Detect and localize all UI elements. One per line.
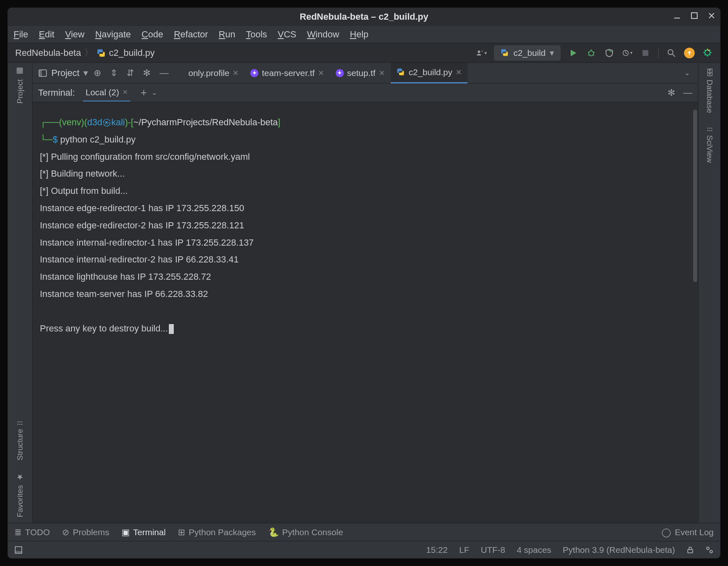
structure-tool-button[interactable]: Structure ⁝⁝ <box>16 421 25 460</box>
tab-chevron-down-icon[interactable]: ⌄ <box>682 68 692 78</box>
hide-tool-icon[interactable]: — <box>159 68 168 78</box>
menu-file[interactable]: File <box>14 29 28 40</box>
svg-line-14 <box>626 53 627 54</box>
chevron-right-icon: 〉 <box>84 47 93 59</box>
status-bar: 15:22 LF UTF-8 4 spaces Python 3.9 (RedN… <box>8 541 720 558</box>
run-config-label: c2_build <box>514 48 546 58</box>
status-encoding[interactable]: UTF-8 <box>481 545 505 555</box>
project-pane-icon <box>38 69 47 78</box>
bottom-tool-problems[interactable]: ⊘Problems <box>62 527 109 537</box>
titlebar: RedNebula-beta – c2_build.py <box>8 8 720 26</box>
menu-tools[interactable]: Tools <box>246 29 267 40</box>
gear-icon[interactable]: ✻ <box>143 68 150 78</box>
favorites-tool-button[interactable]: Favorites ★ <box>16 473 25 517</box>
event-log-button[interactable]: ◯Event Log <box>661 527 714 537</box>
bottom-tool-python-console[interactable]: 🐍Python Console <box>268 527 343 537</box>
status-tool-windows-icon[interactable] <box>14 546 23 554</box>
svg-point-16 <box>668 50 673 55</box>
breadcrumb[interactable]: RedNebula-beta 〉 c2_build.py <box>15 47 155 59</box>
chevron-down-icon: ▾ <box>550 48 554 58</box>
bottom-tool-python-packages[interactable]: ⊞Python Packages <box>178 527 256 537</box>
terminal-output[interactable]: ┌──(venv)(d3d㉿kali)-[~/PycharmProjects/R… <box>32 102 698 523</box>
close-icon[interactable]: ✕ <box>122 88 128 96</box>
terminal-title: Terminal: <box>38 87 75 98</box>
status-line-ending[interactable]: LF <box>459 545 470 555</box>
close-icon[interactable]: ✕ <box>318 69 324 78</box>
database-tool-button[interactable]: 🗄 Database <box>705 69 714 113</box>
run-button[interactable] <box>568 48 578 58</box>
terminal-gear-icon[interactable]: ✻ <box>668 87 675 98</box>
menu-run[interactable]: Run <box>219 29 235 40</box>
close-button[interactable] <box>707 11 716 20</box>
coverage-button[interactable] <box>604 48 615 58</box>
svg-rect-21 <box>15 551 22 553</box>
menu-edit[interactable]: Edit <box>39 29 54 40</box>
tool-icon: ▣ <box>122 527 130 537</box>
bottom-tool-todo[interactable]: ≣TODO <box>14 527 50 537</box>
menu-view[interactable]: View <box>65 29 84 40</box>
breadcrumb-file[interactable]: c2_build.py <box>109 48 154 58</box>
stop-button[interactable] <box>640 48 651 58</box>
menu-code[interactable]: Code <box>142 29 164 40</box>
tab-team-server-tf[interactable]: ✦team-server.tf✕ <box>244 63 329 83</box>
bottom-tool-bar: ≣TODO⊘Problems▣Terminal⊞Python Packages🐍… <box>8 523 720 541</box>
breadcrumb-project[interactable]: RedNebula-beta <box>15 48 81 58</box>
sciview-tool-button[interactable]: ⁝⁝ SciView <box>705 127 714 163</box>
event-log-icon: ◯ <box>661 527 671 537</box>
python-file-icon <box>396 68 405 77</box>
status-indent[interactable]: 4 spaces <box>517 545 551 555</box>
status-interpreter[interactable]: Python 3.9 (RedNebula-beta) <box>563 545 675 555</box>
maximize-button[interactable] <box>690 11 699 20</box>
debug-button[interactable] <box>586 48 597 58</box>
status-lock-icon[interactable] <box>687 546 694 554</box>
scrollbar-thumb[interactable] <box>693 110 697 282</box>
minimize-button[interactable] <box>673 11 682 20</box>
new-terminal-icon[interactable]: + <box>138 87 149 98</box>
tool-icon: ⊞ <box>178 527 185 537</box>
ide-settings-icon[interactable] <box>702 48 713 58</box>
locate-icon[interactable]: ⊕ <box>94 68 101 78</box>
terminal-chevron-down-icon[interactable]: ⌄ <box>149 87 160 98</box>
svg-text:+: + <box>481 49 483 53</box>
editor-tabs: only.profile✕✦team-server.tf✕✦setup.tf✕c… <box>182 63 673 83</box>
status-processes-icon[interactable] <box>705 546 714 554</box>
menu-navigate[interactable]: Navigate <box>95 29 131 40</box>
menu-window[interactable]: Window <box>307 29 339 40</box>
tool-icon: ≣ <box>14 527 22 537</box>
tab-only-profile[interactable]: only.profile✕ <box>182 63 244 83</box>
python-file-icon <box>97 48 106 58</box>
status-time: 15:22 <box>426 545 448 555</box>
python-icon <box>500 48 509 58</box>
ide-window: RedNebula-beta – c2_build.py FileEditVie… <box>7 7 721 559</box>
search-icon[interactable] <box>666 48 677 58</box>
sync-update-icon[interactable] <box>684 48 695 58</box>
project-tool-button[interactable]: Project ▦ <box>16 67 25 104</box>
close-icon[interactable]: ✕ <box>233 69 239 78</box>
svg-rect-19 <box>39 70 42 76</box>
close-icon[interactable]: ✕ <box>379 69 385 78</box>
collapse-all-icon[interactable]: ⇵ <box>127 68 134 78</box>
close-icon[interactable]: ✕ <box>456 68 462 77</box>
tool-icon: 🐍 <box>268 527 279 537</box>
menu-help[interactable]: Help <box>350 29 369 40</box>
run-config-selector[interactable]: c2_build ▾ <box>494 46 560 60</box>
bottom-tool-terminal[interactable]: ▣Terminal <box>122 527 166 537</box>
project-toolbar: Project ▾ ⊕ ⇕ ⇵ ✻ — only.profile✕✦team-s… <box>32 63 698 83</box>
tab-c2-build-py[interactable]: c2_build.py✕ <box>391 63 468 83</box>
svg-point-4 <box>478 51 480 53</box>
terminal-tab[interactable]: Local (2)✕ <box>83 84 130 101</box>
menu-vcs[interactable]: VCS <box>278 29 296 40</box>
svg-point-23 <box>707 547 709 550</box>
chevron-down-icon: ▾ <box>83 68 88 78</box>
profile-button[interactable]: ▾ <box>622 48 633 58</box>
terminal-header: Terminal: Local (2)✕ + ⌄ ✻ — <box>32 83 698 102</box>
menu-refactor[interactable]: Refactor <box>174 29 208 40</box>
terraform-file-icon: ✦ <box>250 69 258 77</box>
left-tool-gutter: Project ▦ Structure ⁝⁝ Favorites ★ <box>8 63 32 523</box>
svg-point-24 <box>710 550 712 553</box>
expand-all-icon[interactable]: ⇕ <box>110 68 117 78</box>
project-view-selector[interactable]: Project ▾ <box>38 68 88 78</box>
tab-setup-tf[interactable]: ✦setup.tf✕ <box>330 63 391 83</box>
user-add-icon[interactable]: +▾ <box>476 48 487 58</box>
terminal-hide-icon[interactable]: — <box>683 87 692 98</box>
